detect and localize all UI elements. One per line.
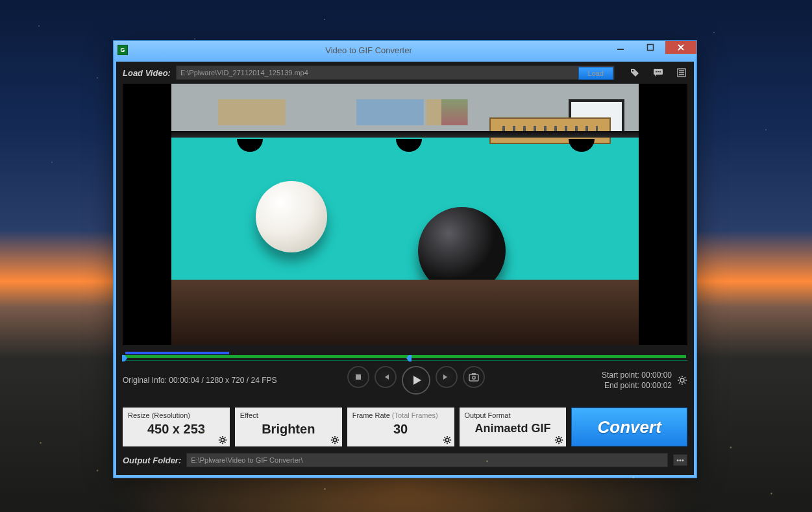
next-frame-button[interactable] [436, 366, 458, 388]
svg-point-5 [658, 71, 659, 73]
load-row: Load Video: E:\Pplware\VID_27112014_1251… [116, 62, 694, 84]
svg-point-12 [680, 378, 684, 382]
svg-point-2 [632, 70, 634, 71]
framerate-card[interactable]: Frame Rate (Total Frames) 30 [347, 408, 454, 446]
svg-rect-1 [648, 45, 654, 51]
resize-head: Resize (Resolution) [128, 411, 225, 419]
minimize-button[interactable] [606, 41, 635, 54]
comment-icon[interactable] [652, 67, 664, 79]
output-folder-field[interactable]: E:\Pplware\Video to GIF Converter\ [186, 453, 668, 467]
settings-cards: Resize (Resolution) 450 x 253 Effect Bri… [116, 402, 694, 446]
timeline-progress [125, 352, 229, 354]
effect-head: Effect [240, 411, 337, 419]
video-path-text: E:\Pplware\VID_27112014_125139.mp4 [180, 69, 308, 77]
list-icon[interactable] [676, 67, 687, 79]
framerate-head: Frame Rate (Total Frames) [352, 411, 449, 419]
format-gear-icon[interactable] [554, 435, 563, 445]
titlebar[interactable]: G Video to GIF Converter [114, 41, 696, 59]
end-point: End point: 00:00:02 [555, 380, 672, 391]
video-path-field[interactable]: E:\Pplware\VID_27112014_125139.mp4 Load [176, 66, 615, 80]
stop-button[interactable] [347, 366, 369, 388]
maximize-button[interactable] [635, 41, 665, 54]
svg-rect-9 [469, 374, 478, 381]
svg-point-6 [659, 71, 661, 73]
cue-ball [256, 181, 327, 252]
tag-icon[interactable] [629, 67, 641, 79]
svg-rect-8 [356, 374, 361, 380]
svg-rect-10 [472, 373, 476, 375]
format-card[interactable]: Output Format Animaetd GIF [460, 408, 567, 446]
output-folder-text: E:\Pplware\Video to GIF Converter\ [191, 456, 302, 464]
svg-point-15 [445, 438, 449, 441]
effect-gear-icon[interactable] [330, 435, 339, 445]
timeline[interactable] [123, 349, 687, 361]
clip-settings-icon[interactable] [677, 375, 687, 385]
svg-rect-0 [617, 49, 624, 50]
toolbar-icons [629, 67, 687, 79]
resize-card[interactable]: Resize (Resolution) 450 x 253 [123, 408, 230, 446]
video-frame [171, 84, 639, 345]
output-folder-label: Output Folder: [123, 456, 181, 465]
browse-output-button[interactable]: ••• [673, 454, 687, 466]
convert-button[interactable]: Convert [571, 408, 687, 446]
svg-point-13 [221, 438, 224, 441]
resize-value: 450 x 253 [128, 422, 225, 437]
effect-card[interactable]: Effect Brighten [235, 408, 342, 446]
effect-value: Brighten [240, 422, 337, 437]
start-point: Start point: 00:00:00 [555, 370, 672, 380]
close-button[interactable] [665, 41, 696, 54]
svg-point-14 [333, 438, 336, 441]
format-head: Output Format [465, 411, 561, 419]
output-row: Output Folder: E:\Pplware\Video to GIF C… [116, 446, 694, 472]
app-body: Load Video: E:\Pplware\VID_27112014_1251… [116, 62, 694, 475]
snapshot-button[interactable] [463, 366, 485, 388]
resize-gear-icon[interactable] [218, 435, 227, 445]
svg-point-11 [473, 376, 475, 379]
original-info: Original Info: 00:00:04 / 1280 x 720 / 2… [123, 376, 277, 385]
window-title: Video to GIF Converter [132, 45, 606, 55]
svg-point-4 [656, 71, 657, 73]
app-icon: G [117, 45, 128, 55]
format-value: Animaetd GIF [465, 422, 561, 435]
clip-points: Start point: 00:00:00 End point: 00:00:0… [555, 370, 672, 391]
transport-row: Original Info: 00:00:04 / 1280 x 720 / 2… [116, 361, 694, 402]
video-preview[interactable] [123, 84, 687, 345]
play-button[interactable] [402, 366, 430, 395]
app-window: G Video to GIF Converter Load Video: E:\… [113, 40, 697, 478]
svg-point-16 [558, 438, 561, 441]
playback-controls [277, 366, 556, 395]
prev-frame-button[interactable] [375, 366, 397, 388]
window-buttons [606, 41, 696, 59]
framerate-gear-icon[interactable] [443, 435, 452, 445]
load-button[interactable]: Load [578, 67, 613, 80]
load-video-label: Load Video: [123, 68, 171, 78]
framerate-value: 30 [352, 422, 449, 437]
